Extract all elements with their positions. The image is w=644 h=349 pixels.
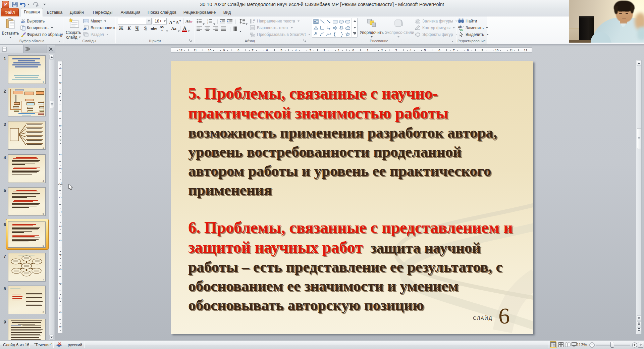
svg-text:A: A [314,20,316,22]
svg-text:ac: ac [460,28,463,31]
svg-text:A: A [253,18,255,22]
svg-text:3: 3 [207,22,208,23]
